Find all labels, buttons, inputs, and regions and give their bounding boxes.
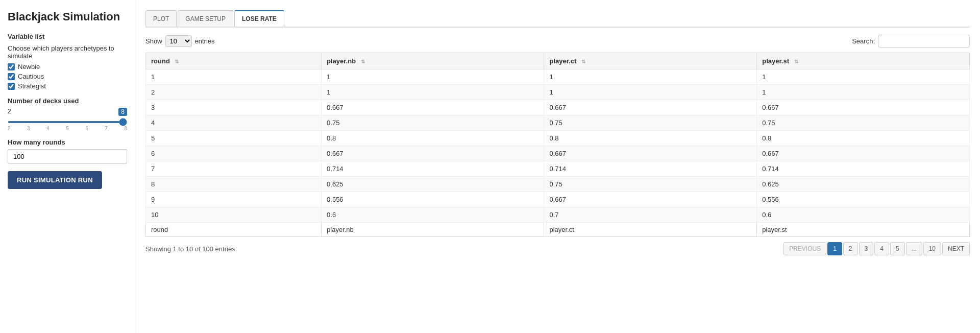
strategist-label: Strategist — [18, 82, 46, 90]
cell-player_ct-2: 0.667 — [544, 100, 757, 115]
table-row: 100.60.70.6 — [146, 207, 970, 223]
search-label: Search: — [852, 37, 875, 45]
page-btn-4[interactable]: 4 — [874, 242, 889, 255]
num-decks-label: Number of decks used — [8, 97, 127, 105]
player-archetype-group: Choose which players archetypes to simul… — [8, 44, 127, 90]
cell-player_st-3: 0.75 — [757, 115, 970, 131]
cell-player_st-7: 0.625 — [757, 177, 970, 192]
cell-player_st-0: 1 — [757, 69, 970, 85]
cell-player_ct-9: 0.7 — [544, 207, 757, 223]
deck-slider[interactable] — [8, 121, 127, 123]
table-row: 1111 — [146, 69, 970, 85]
cell-player_st-6: 0.714 — [757, 161, 970, 177]
cell-player_ct-0: 1 — [544, 69, 757, 85]
cautious-label: Cautious — [18, 73, 44, 80]
footer-round: round — [146, 223, 322, 237]
tab-bar: PLOT GAME SETUP LOSE RATE — [145, 10, 970, 28]
deck-range-container: 2 8 2 3 4 5 6 7 8 — [8, 108, 127, 131]
page-btn-10[interactable]: 10 — [923, 242, 941, 255]
cell-player_nb-3: 0.75 — [322, 115, 544, 131]
cell-player_st-2: 0.667 — [757, 100, 970, 115]
page-btn-5[interactable]: 5 — [890, 242, 905, 255]
sort-icon-player-ct: ⇅ — [581, 59, 585, 64]
table-footer: Showing 1 to 10 of 100 entries PREVIOUS1… — [145, 242, 970, 255]
cell-player_ct-8: 0.667 — [544, 192, 757, 207]
cell-player_ct-6: 0.714 — [544, 161, 757, 177]
cell-player_ct-4: 0.8 — [544, 131, 757, 146]
table-row: 70.7140.7140.714 — [146, 161, 970, 177]
table-row: 2111 — [146, 85, 970, 100]
col-header-player-ct[interactable]: player.ct ⇅ — [544, 53, 757, 69]
cell-player_nb-5: 0.667 — [322, 146, 544, 161]
cautious-checkbox-item[interactable]: Cautious — [8, 73, 127, 80]
cell-round-9: 10 — [146, 207, 322, 223]
cell-player_nb-0: 1 — [322, 69, 544, 85]
newbie-checkbox[interactable] — [8, 63, 15, 70]
cell-player_st-1: 1 — [757, 85, 970, 100]
entries-label: entries — [195, 37, 215, 45]
cell-player_st-8: 0.556 — [757, 192, 970, 207]
table-row: 40.750.750.75 — [146, 115, 970, 131]
table-row: 60.6670.6670.667 — [146, 146, 970, 161]
table-row: 90.5560.6670.556 — [146, 192, 970, 207]
deck-max-value: 8 — [118, 108, 127, 116]
strategist-checkbox-item[interactable]: Strategist — [8, 82, 127, 90]
col-header-round[interactable]: round ⇅ — [146, 53, 322, 69]
table-row: 80.6250.750.625 — [146, 177, 970, 192]
sort-icon-player-nb: ⇅ — [361, 59, 365, 64]
rounds-input[interactable] — [8, 149, 127, 164]
variable-list-label: Variable list — [8, 33, 127, 40]
col-header-player-st[interactable]: player.st ⇅ — [757, 53, 970, 69]
run-simulation-button[interactable]: RUN SIMULATION RUN — [8, 171, 102, 189]
page-btn-previous[interactable]: PREVIOUS — [783, 242, 826, 255]
strategist-checkbox[interactable] — [8, 83, 15, 90]
cell-player_nb-1: 1 — [322, 85, 544, 100]
cell-player_nb-8: 0.556 — [322, 192, 544, 207]
cell-round-0: 1 — [146, 69, 322, 85]
cell-round-1: 2 — [146, 85, 322, 100]
table-controls: Show 10 25 50 100 entries Search: — [145, 35, 970, 47]
cautious-checkbox[interactable] — [8, 73, 15, 80]
tab-lose-rate[interactable]: LOSE RATE — [234, 10, 284, 27]
app-title: Blackjack Simulation — [8, 10, 127, 23]
search-box: Search: — [852, 35, 970, 47]
tab-game-setup[interactable]: GAME SETUP — [178, 10, 233, 27]
col-header-player-nb[interactable]: player.nb ⇅ — [322, 53, 544, 69]
table-row: 50.80.80.8 — [146, 131, 970, 146]
choose-players-label: Choose which players archetypes to simul… — [8, 44, 127, 60]
cell-round-7: 8 — [146, 177, 322, 192]
search-input[interactable] — [878, 35, 970, 47]
cell-player_nb-9: 0.6 — [322, 207, 544, 223]
footer-player-ct: player.ct — [544, 223, 757, 237]
tab-plot[interactable]: PLOT — [145, 10, 177, 27]
cell-round-5: 6 — [146, 146, 322, 161]
cell-player_ct-3: 0.75 — [544, 115, 757, 131]
cell-round-6: 7 — [146, 161, 322, 177]
pagination: PREVIOUS12345...10NEXT — [783, 242, 970, 255]
main-content: PLOT GAME SETUP LOSE RATE Show 10 25 50 … — [135, 0, 980, 333]
data-table: round ⇅ player.nb ⇅ player.ct ⇅ player.s… — [145, 53, 970, 237]
show-entries-group: Show 10 25 50 100 entries — [145, 35, 215, 47]
entries-select[interactable]: 10 25 50 100 — [165, 35, 192, 47]
cell-player_nb-6: 0.714 — [322, 161, 544, 177]
page-btn-next[interactable]: NEXT — [942, 242, 970, 255]
sort-icon-player-st: ⇅ — [794, 59, 798, 64]
deck-min-value: 2 — [8, 108, 11, 116]
cell-player_st-9: 0.6 — [757, 207, 970, 223]
cell-player_st-4: 0.8 — [757, 131, 970, 146]
cell-round-8: 9 — [146, 192, 322, 207]
cell-player_nb-2: 0.667 — [322, 100, 544, 115]
page-btn-1[interactable]: 1 — [827, 242, 842, 255]
rounds-label: How many rounds — [8, 138, 127, 146]
page-btn-2[interactable]: 2 — [843, 242, 858, 255]
show-label: Show — [145, 37, 162, 45]
table-row: 30.6670.6670.667 — [146, 100, 970, 115]
page-btn-3[interactable]: 3 — [859, 242, 874, 255]
sidebar: Blackjack Simulation Variable list Choos… — [0, 0, 135, 333]
cell-round-3: 4 — [146, 115, 322, 131]
cell-player_ct-5: 0.667 — [544, 146, 757, 161]
footer-player-nb: player.nb — [322, 223, 544, 237]
cell-round-4: 5 — [146, 131, 322, 146]
newbie-checkbox-item[interactable]: Newbie — [8, 63, 127, 70]
page-btn-...[interactable]: ... — [906, 242, 922, 255]
